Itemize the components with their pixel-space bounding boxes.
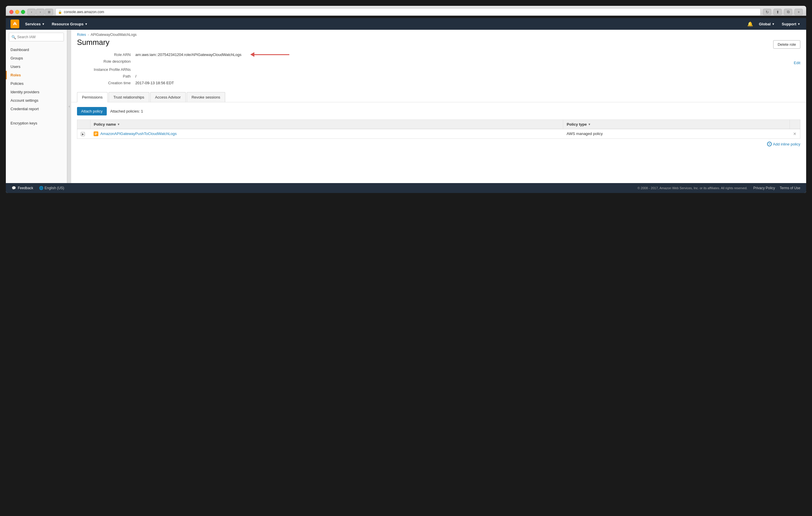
aws-logo <box>10 20 19 28</box>
page-title: Summary <box>77 38 109 47</box>
role-arn-value: arn:aws:iam::207542341204:role/APIGatewa… <box>135 53 241 57</box>
search-icon: 🔍 <box>11 35 16 39</box>
table-row: ▶ AmazonAPIGatewayPushToCloudWatchLogs A… <box>77 129 800 139</box>
path-value: / <box>135 74 137 79</box>
breadcrumb-roles-link[interactable]: Roles <box>77 33 86 37</box>
support-nav-item[interactable]: Support ▼ <box>781 22 802 26</box>
permissions-tab-content: Attach policy Attached policies: 1 Polic… <box>71 102 806 152</box>
delete-policy-icon[interactable]: ✕ <box>793 131 796 136</box>
col-policy-type-header[interactable]: Policy type ▼ <box>563 120 789 129</box>
red-arrow-icon <box>250 52 289 57</box>
url-bar[interactable]: 🔒 console.aws.amazon.com <box>55 8 761 16</box>
minimize-window-button[interactable] <box>15 10 19 14</box>
attach-policy-button[interactable]: Attach policy <box>77 107 107 116</box>
role-arn-row: Role ARN arn:aws:iam::207542341204:role/… <box>77 52 800 57</box>
app-footer: 💬 Feedback 🌐 English (US) © 2008 - 2017,… <box>6 183 806 193</box>
search-input[interactable] <box>17 35 61 39</box>
creation-time-row: Creation time 2017-09-13 18:56 EDT <box>77 81 800 85</box>
path-row: Path / <box>77 74 800 79</box>
copyright-text: © 2008 - 2017, Amazon Web Services, Inc.… <box>638 186 748 190</box>
services-nav-item[interactable]: Services ▼ <box>24 22 46 26</box>
footer-links: Privacy Policy Terms of Use <box>753 186 800 190</box>
search-box[interactable]: 🔍 <box>9 33 64 41</box>
sidebar-item-encryption-keys[interactable]: Encryption keys <box>6 119 67 127</box>
path-label: Path <box>77 74 135 79</box>
forward-button[interactable]: › <box>36 9 44 15</box>
feedback-button[interactable]: 💬 Feedback <box>12 186 33 190</box>
notifications-bell-icon[interactable]: 🔔 <box>747 21 753 27</box>
role-description-row: Role description Edit <box>77 59 800 65</box>
creation-time-label: Creation time <box>77 81 135 85</box>
edit-description-link[interactable]: Edit <box>794 61 800 65</box>
table-header-row: Policy name ▼ Policy type ▼ <box>77 120 800 129</box>
permissions-toolbar: Attach policy Attached policies: 1 <box>77 107 800 116</box>
feedback-icon: 💬 <box>12 186 16 190</box>
tab-trust-relationships[interactable]: Trust relationships <box>109 92 149 102</box>
sidebar-item-account-settings[interactable]: Account settings <box>6 96 67 105</box>
breadcrumb: Roles › APIGatewayCloudWatchLogs <box>71 30 806 37</box>
tab-revoke-sessions[interactable]: Revoke sessions <box>187 92 225 102</box>
role-arn-value-container: arn:aws:iam::207542341204:role/APIGatewa… <box>135 52 289 57</box>
browser-nav-buttons: ‹ › ⊞ <box>27 9 53 15</box>
policy-name-cell: AmazonAPIGatewayPushToCloudWatchLogs <box>90 129 563 139</box>
browser-chrome: ‹ › ⊞ 🔒 console.aws.amazon.com ↻ ⬆ ⧉ ＋ <box>6 6 806 16</box>
sidebar-nav: Dashboard Groups Users Roles Policies Id… <box>6 44 67 183</box>
policies-table: Policy name ▼ Policy type ▼ <box>77 120 800 139</box>
role-arn-label: Role ARN <box>77 53 135 57</box>
sidebar-item-roles[interactable]: Roles <box>6 71 67 79</box>
close-window-button[interactable] <box>9 10 13 14</box>
role-details: Role ARN arn:aws:iam::207542341204:role/… <box>71 52 806 92</box>
tab-access-advisor[interactable]: Access Advisor <box>150 92 186 102</box>
sort-icon: ▼ <box>588 123 591 126</box>
nav-right-section: 🔔 Global ▼ Support ▼ <box>747 21 802 27</box>
attached-policies-count: Attached policies: 1 <box>110 109 143 113</box>
plus-circle-icon: + <box>767 142 772 146</box>
reader-view-button[interactable]: ⊞ <box>45 9 53 15</box>
breadcrumb-current: APIGatewayCloudWatchLogs <box>91 33 137 37</box>
terms-of-use-link[interactable]: Terms of Use <box>780 186 800 190</box>
language-selector[interactable]: 🌐 English (US) <box>39 186 64 190</box>
tab-manager-button[interactable]: ⧉ <box>784 9 792 15</box>
expand-row-button[interactable]: ▶ <box>81 132 85 136</box>
delete-role-button[interactable]: Delete role <box>773 40 800 49</box>
main-content: Roles › APIGatewayCloudWatchLogs Summary… <box>71 30 806 183</box>
policy-name-link[interactable]: AmazonAPIGatewayPushToCloudWatchLogs <box>100 131 177 136</box>
col-expand <box>77 120 90 129</box>
sidebar-item-dashboard[interactable]: Dashboard <box>6 45 67 54</box>
footer-left: 💬 Feedback 🌐 English (US) <box>12 186 64 190</box>
reload-button[interactable]: ↻ <box>763 9 771 15</box>
browser-action-buttons: ↻ ⬆ ⧉ ＋ <box>763 9 803 15</box>
expand-cell[interactable]: ▶ <box>77 129 90 139</box>
resource-groups-nav-item[interactable]: Resource Groups ▼ <box>51 22 89 26</box>
delete-policy-cell[interactable]: ✕ <box>789 129 800 139</box>
policy-icon <box>94 131 98 136</box>
browser-toolbar: ‹ › ⊞ 🔒 console.aws.amazon.com ↻ ⬆ ⧉ ＋ <box>9 8 803 16</box>
role-description-label: Role description <box>77 59 135 64</box>
sidebar-item-groups[interactable]: Groups <box>6 54 67 62</box>
sidebar-item-identity-providers[interactable]: Identity providers <box>6 88 67 96</box>
browser-window-controls <box>9 10 25 14</box>
col-policy-name-header[interactable]: Policy name ▼ <box>90 120 563 129</box>
new-tab-button[interactable]: ＋ <box>794 9 803 15</box>
sidebar-item-credential-report[interactable]: Credential report <box>6 105 67 113</box>
globe-icon: 🌐 <box>39 186 44 190</box>
url-text: console.aws.amazon.com <box>64 10 104 14</box>
instance-profile-arns-label: Instance Profile ARNs <box>77 67 135 72</box>
tabs-container: Permissions Trust relationships Access A… <box>71 92 806 102</box>
aws-top-nav: Services ▼ Resource Groups ▼ 🔔 Global ▼ … <box>6 18 806 30</box>
privacy-policy-link[interactable]: Privacy Policy <box>753 186 775 190</box>
back-button[interactable]: ‹ <box>27 9 36 15</box>
maximize-window-button[interactable] <box>21 10 25 14</box>
share-button[interactable]: ⬆ <box>774 9 782 15</box>
sidebar-collapse-handle[interactable]: ‹ <box>67 30 71 183</box>
arrow-annotation <box>250 52 289 57</box>
global-region-selector[interactable]: Global ▼ <box>758 22 776 26</box>
instance-profile-arns-row: Instance Profile ARNs <box>77 67 800 72</box>
sidebar: 🔍 Dashboard Groups Users Roles Policies <box>6 30 67 183</box>
col-actions-header <box>789 120 800 129</box>
tab-permissions[interactable]: Permissions <box>77 92 108 102</box>
sidebar-item-users[interactable]: Users <box>6 62 67 71</box>
add-inline-policy-link[interactable]: + Add inline policy <box>767 142 800 146</box>
sort-icon: ▼ <box>117 123 120 126</box>
sidebar-item-policies[interactable]: Policies <box>6 79 67 88</box>
